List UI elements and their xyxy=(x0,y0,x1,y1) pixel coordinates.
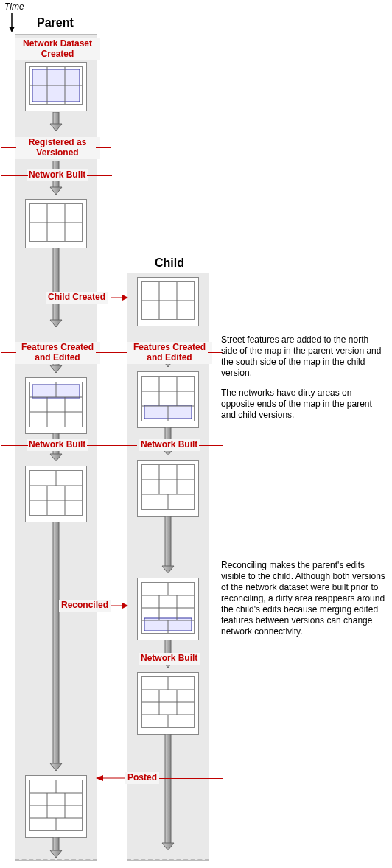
desc-1: Street features are added to the north s… xyxy=(221,335,387,379)
parent-lane-bottom-dash xyxy=(15,859,97,861)
svg-rect-67 xyxy=(165,516,171,567)
label-line xyxy=(1,606,60,606)
arrow-icon xyxy=(161,734,175,852)
arrow-icon xyxy=(49,522,63,772)
child-title: Child xyxy=(155,256,184,270)
arrow-icon xyxy=(49,248,63,329)
desc-2: The networks have dirty areas on opposit… xyxy=(221,388,387,421)
svg-marker-68 xyxy=(162,566,174,573)
svg-rect-44 xyxy=(53,837,59,852)
label-child-created: Child Created xyxy=(46,292,108,304)
svg-marker-10 xyxy=(50,187,62,195)
label-line xyxy=(1,298,47,298)
parent-title: Parent xyxy=(37,16,74,29)
svg-rect-15 xyxy=(53,248,59,321)
svg-marker-89 xyxy=(162,843,174,850)
label-net-built-c3: Network Built xyxy=(139,653,200,665)
svg-marker-91 xyxy=(122,295,128,301)
child-lane-bottom-dash xyxy=(127,859,209,861)
arrow-icon xyxy=(161,516,175,575)
label-line xyxy=(96,352,127,353)
svg-marker-95 xyxy=(96,775,103,781)
label-line xyxy=(1,49,16,49)
label-net-built-c2: Network Built xyxy=(139,439,200,451)
svg-marker-1 xyxy=(9,27,15,32)
svg-rect-34 xyxy=(53,522,59,765)
label-line xyxy=(1,175,28,176)
svg-rect-88 xyxy=(165,734,171,844)
parent-grid-1 xyxy=(25,62,87,111)
label-line xyxy=(96,49,111,49)
label-net-built-1: Network Built xyxy=(27,169,88,181)
svg-marker-27 xyxy=(50,454,62,461)
svg-marker-8 xyxy=(50,124,62,131)
parent-grid-2 xyxy=(25,199,87,248)
svg-marker-16 xyxy=(50,320,62,327)
parent-grid-5 xyxy=(25,775,87,838)
svg-marker-45 xyxy=(50,850,62,858)
svg-marker-93 xyxy=(122,603,128,609)
label-line xyxy=(1,147,16,148)
label-nd-created: Network DatasetCreated xyxy=(15,38,100,60)
label-line xyxy=(1,445,28,446)
label-line xyxy=(1,352,16,353)
svg-marker-18 xyxy=(50,365,62,373)
label-line xyxy=(87,445,137,446)
label-line xyxy=(208,352,223,353)
parent-grid-4 xyxy=(25,466,87,522)
child-grid-1 xyxy=(137,277,199,326)
label-line xyxy=(87,175,112,176)
label-feat-edited-p: Features Createdand Edited xyxy=(15,342,100,364)
child-grid-3 xyxy=(137,460,199,517)
child-grid-2 xyxy=(137,371,199,428)
label-line xyxy=(159,778,223,779)
label-line xyxy=(96,147,111,148)
label-reconciled: Reconciled xyxy=(59,600,111,612)
label-line xyxy=(199,659,223,659)
arrow-icon xyxy=(49,112,63,133)
desc-3: Reconciling makes the parent's edits vis… xyxy=(221,560,387,637)
arrow-icon xyxy=(49,837,63,859)
label-line xyxy=(199,445,223,446)
svg-rect-7 xyxy=(53,112,59,125)
arrow-left-icon xyxy=(94,774,125,783)
child-grid-4 xyxy=(137,578,199,640)
arrow-right-icon xyxy=(111,294,130,303)
label-feat-edited-c: Features Createdand Edited xyxy=(127,342,212,364)
parent-grid-3 xyxy=(25,377,87,434)
label-posted: Posted xyxy=(125,772,159,784)
label-net-built-p2: Network Built xyxy=(27,439,88,451)
child-grid-5 xyxy=(137,672,199,735)
arrow-right-icon xyxy=(111,602,130,611)
svg-marker-35 xyxy=(50,763,62,771)
label-line xyxy=(116,659,140,659)
time-arrow-icon xyxy=(7,13,16,34)
time-label: Time xyxy=(4,1,24,12)
label-registered: Registered asVersioned xyxy=(15,137,100,159)
